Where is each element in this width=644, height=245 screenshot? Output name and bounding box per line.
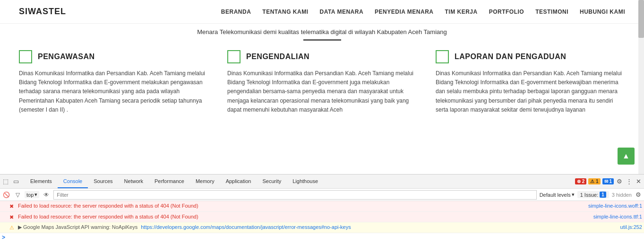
card-header-pengawasan: PENGAWASAN [19, 50, 208, 63]
card-pengawasan: PENGAWASAN Dinas Komunikasi Informatika … [19, 50, 208, 114]
nav-item-testimoni[interactable]: TESTIMONI [535, 9, 568, 15]
card-laporan: LAPORAN DAN PENGADUAN Dinas Komunikasi I… [436, 50, 625, 114]
card-icon-laporan [436, 50, 449, 63]
cards-area: PENGAWASAN Dinas Komunikasi Informatika … [0, 50, 644, 114]
card-header-laporan: LAPORAN DAN PENGADUAN [436, 50, 625, 63]
card-title-pengendalian: PENGENDALIAN [246, 52, 309, 61]
scrollbar[interactable] [638, 0, 644, 174]
card-icon-pengendalian [227, 50, 240, 63]
card-header-pengendalian: PENGENDALIAN [227, 50, 417, 63]
navbar: SIWASTEL BERANDATENTANG KAMIDATA MENARAP… [0, 0, 644, 24]
nav-item-beranda[interactable]: BERANDA [221, 9, 251, 15]
nav-item-tim-kerja[interactable]: TIM KERJA [445, 9, 477, 15]
brand[interactable]: SIWASTEL [19, 7, 66, 17]
scrollbar-thumb[interactable] [638, 0, 644, 38]
nav-item-penyedia-menara[interactable]: PENYEDIA MENARA [375, 9, 433, 15]
nav-item-portfolio[interactable]: PORTFOLIO [489, 9, 524, 15]
nav-item-data-menara[interactable]: DATA MENARA [319, 9, 363, 15]
website-area: SIWASTEL BERANDATENTANG KAMIDATA MENARAP… [0, 0, 644, 174]
card-text-laporan: Dinas Komunikasi Informatika dan Persand… [436, 69, 625, 114]
card-title-pengawasan: PENGAWASAN [38, 52, 95, 61]
nav-item-hubungi-kami[interactable]: HUBUNGI KAMI [580, 9, 625, 15]
card-text-pengawasan: Dinas Komunikasi Informatika dan Persand… [19, 69, 208, 114]
card-title-laporan: LAPORAN DAN PENGADUAN [455, 52, 566, 61]
card-icon-pengawasan [19, 50, 32, 63]
card-pengendalian: PENGENDALIAN Dinas Komunikasi Informatik… [227, 50, 417, 114]
subtitle-underline [303, 39, 341, 41]
nav-item-tentang-kami[interactable]: TENTANG KAMI [262, 9, 308, 15]
nav-items: BERANDATENTANG KAMIDATA MENARAPENYEDIA M… [221, 8, 625, 15]
card-text-pengendalian: Dinas Komunikasi Informatika dan Persand… [227, 69, 417, 114]
subtitle-text: Menara Telekomunikasi demi kualitas tele… [19, 28, 625, 35]
scroll-up-button[interactable]: ▲ [618, 148, 635, 165]
subtitle-area: Menara Telekomunikasi demi kualitas tele… [0, 24, 644, 50]
